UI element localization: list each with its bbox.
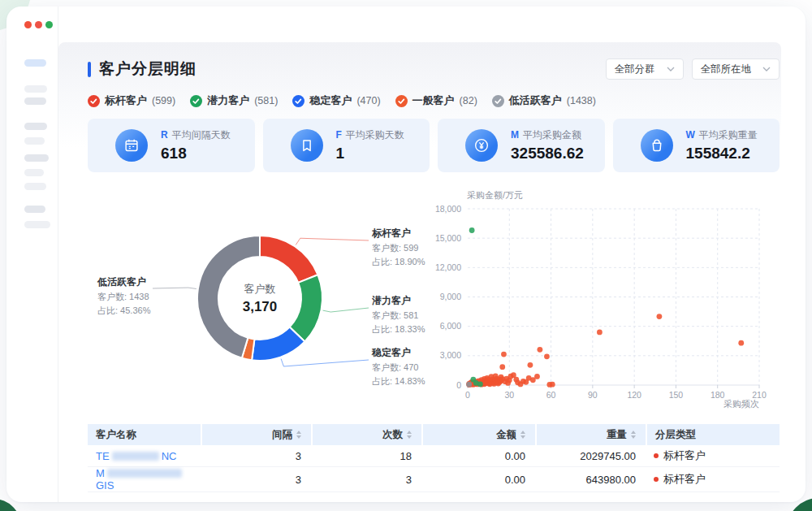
sort-asc-icon [520, 431, 525, 434]
stat-prefix: W [686, 129, 695, 141]
donut-callout-潜力客户: 潜力客户客户数: 581占比: 18.33% [372, 294, 461, 336]
sidebar-item-4[interactable] [24, 137, 45, 145]
segment-filter-dropdown[interactable]: 全部分群 [606, 58, 684, 80]
scatter-series-1 [469, 227, 483, 387]
column-header-3[interactable]: 金额 [421, 424, 535, 445]
stat-label: 平均采购重量 [699, 129, 758, 141]
window-controls [24, 21, 58, 28]
sidebar-item-2[interactable] [24, 97, 46, 105]
name-part: GIS [96, 479, 114, 492]
maximize-button[interactable] [45, 21, 53, 28]
sidebar-item-1[interactable] [24, 85, 47, 93]
callout-title: 低活跃客户 [97, 275, 187, 289]
content-panel: 客户分层明细 全部分群 全部所在地 标杆客户(599)潜力客户(581)稳定客户… [58, 42, 781, 499]
sidebar-item-6[interactable] [24, 169, 44, 176]
tier-dot-icon [654, 453, 659, 458]
stat-card-value: 618 [161, 145, 231, 162]
callout-pct: 占比: 14.83% [372, 375, 461, 388]
x-tick-label: 60 [546, 390, 556, 400]
stat-card-value: 325586.62 [511, 145, 584, 162]
scatter-point [544, 353, 550, 359]
legend-item-3[interactable]: 一般客户(82) [395, 93, 477, 108]
sort-desc-icon [296, 435, 301, 439]
yen-icon [465, 129, 498, 162]
donut-center-title: 客户数 [223, 282, 296, 297]
scatter-series-0 [466, 314, 744, 388]
scatter-point [738, 340, 744, 346]
column-label: 重量 [607, 428, 627, 442]
scatter-point [550, 382, 555, 388]
sort-desc-icon [631, 435, 636, 439]
stat-card-label: W平均采购重量 [686, 128, 758, 142]
stat-card-value: 1 [336, 145, 404, 162]
sidebar-item-3[interactable] [24, 123, 47, 130]
chevron-down-icon [667, 67, 675, 71]
donut-callout-标杆客户: 标杆客户客户数: 599占比: 18.90% [372, 227, 461, 268]
legend-item-2[interactable]: 稳定客户(470) [292, 93, 380, 108]
donut-callout-稳定客户: 稳定客户客户数: 470占比: 14.83% [372, 346, 461, 388]
interval-cell: 3 [201, 445, 311, 467]
sidebar-item-0[interactable] [24, 59, 46, 67]
column-label: 次数 [382, 428, 403, 442]
sidebar-item-7[interactable] [24, 183, 46, 190]
legend-item-1[interactable]: 潜力客户(581) [190, 93, 278, 108]
sort-asc-icon [631, 431, 636, 434]
sidebar-item-5[interactable] [24, 154, 49, 162]
stat-text: W平均采购重量155842.2 [686, 128, 758, 162]
column-label: 分层类型 [655, 428, 696, 442]
customer-name-link[interactable]: TENC [96, 450, 176, 462]
tier-label: 标杆客户 [663, 448, 706, 463]
stat-card-F: F平均采购天数1 [263, 119, 430, 172]
column-header-4[interactable]: 重量 [535, 424, 646, 445]
donut-slice-0 [260, 236, 317, 283]
interval-cell: 3 [201, 467, 311, 492]
legend-count: (82) [460, 95, 477, 106]
calendar-icon [115, 129, 148, 162]
main-area: 客户分层明细 全部分群 全部所在地 标杆客户(599)潜力客户(581)稳定客户… [58, 6, 806, 502]
location-filter-label: 全部所在地 [701, 63, 752, 76]
y-tick-label: 18,000 [435, 204, 461, 214]
stat-card-R: R平均间隔天数618 [88, 119, 255, 172]
sidebar [6, 6, 58, 502]
column-header-2[interactable]: 次数 [311, 424, 421, 445]
sidebar-item-9[interactable] [24, 221, 50, 228]
tier-label: 标杆客户 [663, 472, 706, 487]
scatter-series-2 [466, 382, 472, 388]
times-cell: 3 [311, 467, 421, 492]
callout-count: 客户数: 581 [372, 310, 461, 322]
stat-card-label: F平均采购天数 [336, 128, 404, 142]
column-header-inner: 重量 [607, 428, 636, 442]
callout-count: 客户数: 1438 [97, 291, 187, 303]
donut-callout-line-0 [296, 238, 369, 245]
legend-label: 潜力客户 [207, 93, 249, 108]
stat-label: 平均采购金额 [523, 129, 581, 141]
sort-icon [296, 431, 301, 439]
customer-table: 客户名称间隔次数金额重量分层类型 TENC3180.002029745.00标杆… [88, 424, 780, 492]
stat-prefix: F [336, 129, 342, 141]
column-label: 间隔 [272, 428, 292, 442]
sort-icon [520, 431, 525, 439]
location-filter-dropdown[interactable]: 全部所在地 [692, 58, 780, 80]
legend-item-4[interactable]: 低活跃客户(1438) [492, 93, 596, 108]
sidebar-item-8[interactable] [24, 206, 45, 213]
legend-label: 低活跃客户 [509, 93, 562, 108]
donut-center-value: 3,170 [223, 299, 296, 315]
legend-label: 一般客户 [412, 93, 455, 108]
column-header-inner: 金额 [496, 428, 525, 442]
check-circle-icon [492, 95, 504, 107]
redacted-text [112, 452, 159, 461]
check-circle-icon [395, 95, 408, 107]
scatter-point [501, 352, 507, 357]
close-button[interactable] [24, 21, 32, 28]
weight-cell: 2029745.00 [535, 445, 646, 467]
minimize-button[interactable] [35, 21, 42, 28]
scatter-point [499, 364, 505, 370]
tier-type-cell: 标杆客户 [646, 467, 780, 492]
legend-item-0[interactable]: 标杆客户(599) [88, 93, 175, 108]
scatter-point [469, 227, 475, 233]
callout-count: 客户数: 470 [372, 362, 461, 374]
customer-name-link[interactable]: MGIS [96, 467, 184, 492]
column-header-1[interactable]: 间隔 [201, 424, 311, 445]
filter-group: 全部分群 全部所在地 [606, 58, 780, 80]
callout-title: 潜力客户 [372, 294, 461, 308]
